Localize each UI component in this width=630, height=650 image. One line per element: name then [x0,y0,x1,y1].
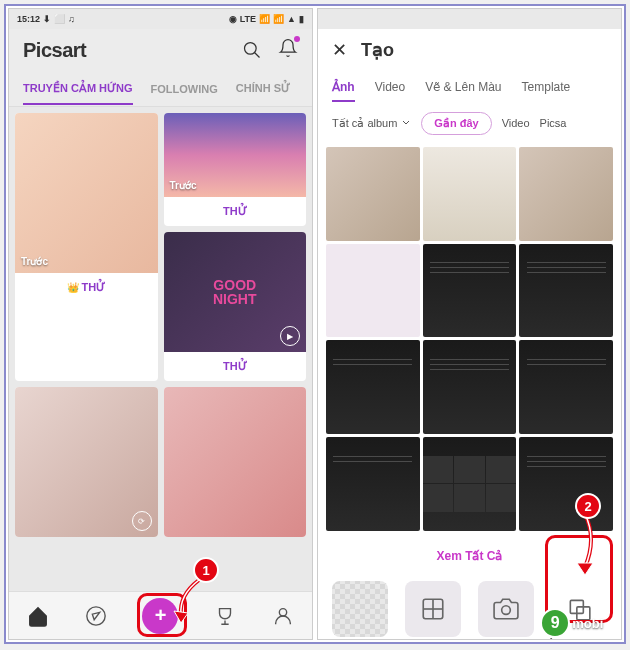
action-collage[interactable]: Ghép ảnh [401,581,465,640]
filter-video[interactable]: Video [502,117,530,129]
statusbar [318,9,621,29]
tab-photo[interactable]: Ảnh [332,80,355,102]
tab-edit[interactable]: CHÍNH SỬ [236,82,290,95]
create-tabs: Ảnh Video Vẽ & Lên Màu Template [318,71,621,103]
callout-2: 2 [575,493,601,519]
callout-1: 1 [193,557,219,583]
feed-card[interactable] [164,387,307,537]
logo: Picsart [23,39,86,62]
tab-inspiration[interactable]: TRUYỀN CẢM HỨNG [23,82,133,105]
statusbar: 15:12⬇⬜♫ ◉LTE📶📶▲▮ [9,9,312,29]
trophy-icon[interactable] [214,605,236,627]
feed-card[interactable]: ⟳ [15,387,158,537]
home-icon[interactable] [27,605,49,627]
feed[interactable]: Trước 👑THỬ Trước THỬ GOOD NIGHT ▶ THỬ [9,107,312,593]
tab-following[interactable]: FOLLOWING [151,83,218,95]
gallery-thumb[interactable] [519,147,613,241]
svg-marker-5 [174,611,188,623]
tab-draw[interactable]: Vẽ & Lên Màu [425,80,501,94]
refresh-icon: ⟳ [132,511,152,531]
feed-card[interactable]: Trước 👑THỬ [15,113,158,381]
gallery-thumb[interactable] [326,244,420,338]
action-camera[interactable]: Máy ảnh [474,581,538,640]
gallery-thumb[interactable] [519,244,613,338]
svg-point-9 [502,605,511,614]
tab-template[interactable]: Template [522,80,571,94]
gallery-thumb[interactable] [423,147,517,241]
gallery-thumb[interactable] [326,437,420,531]
watermark: 9 mobi .vn [540,608,616,638]
filter-picsart[interactable]: Picsa [540,117,567,129]
feed-card[interactable]: GOOD NIGHT ▶ THỬ [164,232,307,381]
close-icon[interactable]: ✕ [332,39,347,61]
feed-tabs: TRUYỀN CẢM HỨNG FOLLOWING CHÍNH SỬ [9,71,312,107]
filter-recent[interactable]: Gần đây [421,112,491,135]
create-title: Tạo [361,39,394,61]
gallery-thumb[interactable] [423,437,517,531]
status-time: 15:12 [17,14,40,24]
arrow-2 [565,509,605,579]
action-blank[interactable]: Trống [328,581,392,640]
svg-point-2 [87,606,105,624]
tab-video[interactable]: Video [375,80,405,94]
photo-gallery[interactable] [318,143,621,535]
create-header: ✕ Tạo [318,29,621,71]
phone-right: ✕ Tạo Ảnh Video Vẽ & Lên Màu Template Tấ… [317,8,622,640]
blank-icon [332,581,388,637]
filter-row: Tất cả album Gần đây Video Picsa [318,103,621,143]
app-header: Picsart [9,29,312,71]
chevron-down-icon [401,118,411,128]
collage-icon [405,581,461,637]
camera-icon [478,581,534,637]
search-icon[interactable] [242,40,262,60]
gallery-thumb[interactable] [423,244,517,338]
gallery-thumb[interactable] [326,147,420,241]
svg-line-1 [255,53,260,58]
svg-marker-12 [577,563,593,575]
explore-icon[interactable] [85,605,107,627]
album-dropdown[interactable]: Tất cả album [332,117,411,130]
gallery-thumb[interactable] [519,340,613,434]
svg-point-4 [279,608,286,615]
svg-point-0 [245,43,257,55]
phone-left: 15:12⬇⬜♫ ◉LTE📶📶▲▮ Picsart TRUYỀN CẢM HỨN… [8,8,313,640]
profile-icon[interactable] [272,605,294,627]
notifications-icon[interactable] [278,38,298,62]
gallery-thumb[interactable] [326,340,420,434]
feed-card[interactable]: Trước THỬ [164,113,307,226]
svg-marker-3 [92,612,99,619]
gallery-thumb[interactable] [423,340,517,434]
play-icon: ▶ [280,326,300,346]
